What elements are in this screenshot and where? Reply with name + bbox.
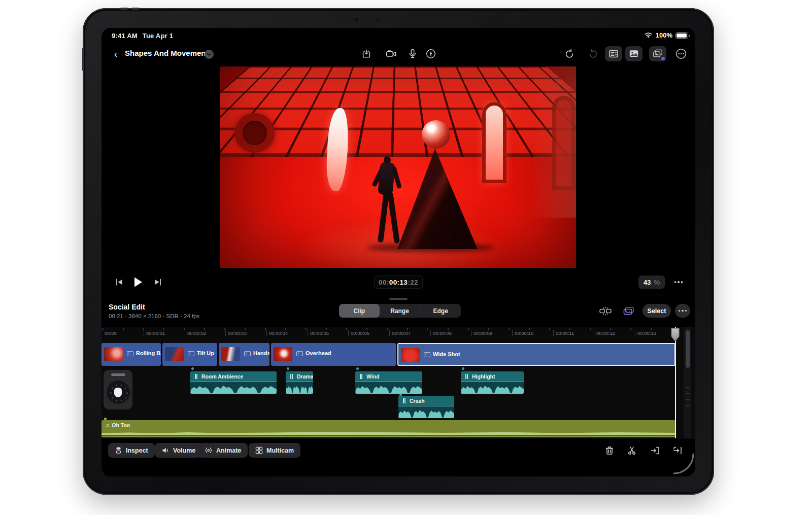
panel-divider <box>101 295 695 295</box>
playhead-line[interactable] <box>675 327 676 438</box>
segment-edge[interactable]: Edge <box>420 304 461 318</box>
multicam-button[interactable]: Multicam <box>249 443 300 458</box>
video-clip-hands[interactable]: Hands <box>219 343 269 366</box>
clip-connector-dot <box>287 367 289 370</box>
insert-clip-button[interactable] <box>649 444 662 457</box>
skip-back-icon <box>115 278 124 286</box>
multicam-grid-icon <box>255 447 263 454</box>
button-label: Animate <box>216 447 241 454</box>
ruler-label: 00:00 <box>103 330 117 336</box>
skip-forward-button[interactable] <box>150 274 165 290</box>
inspect-button[interactable]: Inspect <box>108 443 155 458</box>
import-button[interactable] <box>358 46 375 61</box>
live-drawing-button[interactable] <box>422 46 439 61</box>
skip-forward-icon <box>153 278 162 286</box>
ruler-label: 00:00:07 <box>389 330 411 336</box>
photo-icon <box>629 49 639 59</box>
segment-range[interactable]: Range <box>380 304 420 318</box>
redo-icon <box>588 48 599 59</box>
blade-button[interactable] <box>625 444 638 457</box>
viewer-zoom-control[interactable]: 43 % <box>638 276 665 289</box>
title-toolbar: ‹ Shapes And Movement <box>101 43 695 65</box>
timeline-project-name: Social Edit <box>109 303 145 311</box>
timecode-display[interactable]: 00:00:13:22 <box>374 276 423 289</box>
more-options-button[interactable] <box>672 46 690 61</box>
clip-connector-dot <box>462 367 464 370</box>
volume-button[interactable]: Volume <box>155 443 202 458</box>
audio-waveform <box>286 383 313 394</box>
media-browser-button[interactable] <box>625 46 642 61</box>
waveform-icon <box>289 374 294 379</box>
inspector-icon <box>115 447 122 454</box>
clip-name: Wide Shot <box>433 351 460 357</box>
camera-sensor <box>377 18 380 21</box>
video-clip-wide-shot-selected[interactable]: Wide Shot <box>397 343 675 366</box>
volume-up-button[interactable] <box>120 8 128 10</box>
ruler-label: 00:00:06 <box>348 330 369 336</box>
record-video-button[interactable] <box>383 46 400 61</box>
volume-down-button[interactable] <box>131 8 140 10</box>
video-clip-rolling-ball[interactable]: Rolling Ball <box>101 343 161 366</box>
delete-button[interactable] <box>603 444 616 457</box>
undo-button[interactable] <box>561 46 578 61</box>
segment-clip[interactable]: Clip <box>339 304 380 318</box>
skip-back-button[interactable] <box>112 274 127 290</box>
project-title[interactable]: Shapes And Movement <box>125 49 208 57</box>
clock-time: 9:41 AM <box>112 32 138 40</box>
status-bar: 9:41 AMTue Apr 1 100% <box>101 28 695 42</box>
audio-clip-room-ambience[interactable]: Room Ambience <box>190 371 277 394</box>
ruler-label: 00:00:13 <box>635 330 656 336</box>
waveform-icon <box>464 374 469 379</box>
screen: 9:41 AMTue Apr 1 100% ‹ Shapes And Movem… <box>101 28 695 476</box>
button-label: Inspect <box>126 447 148 454</box>
timeline-project-info: 00:21 · 3840 × 2160 · SDR · 24 fps <box>109 313 199 319</box>
audio-clip-crash[interactable]: Crash <box>398 396 454 418</box>
viewer-more-button[interactable] <box>671 274 686 290</box>
magnetic-timeline-button[interactable] <box>598 304 613 318</box>
top-button[interactable] <box>82 48 84 71</box>
timeline-ruler[interactable]: 00:00 00:00:01 00:00:02 00:00:03 00:00:0… <box>101 327 695 338</box>
video-clip-overhead[interactable]: Overhead <box>271 343 396 366</box>
play-button[interactable] <box>130 274 146 290</box>
jog-dial[interactable] <box>107 381 130 404</box>
clip-thumbnail <box>401 348 420 362</box>
index-card-icon <box>608 49 619 59</box>
button-label: Multicam <box>266 447 294 454</box>
clip-thumbnail <box>274 347 292 361</box>
animate-button[interactable]: Animate <box>198 443 248 458</box>
back-button[interactable]: ‹ <box>110 47 122 60</box>
microphone-icon <box>408 48 418 59</box>
corner-swipe-indicator[interactable] <box>673 453 694 474</box>
audio-waveform <box>355 383 422 394</box>
viewer-vignette <box>220 66 576 268</box>
title-dropdown-button[interactable] <box>205 50 214 59</box>
clip-type-icon <box>424 352 430 357</box>
audio-clip-highlight[interactable]: Highlight <box>461 371 524 394</box>
audio-clip-drama[interactable]: Drama… <box>286 371 313 394</box>
select-button[interactable]: Select <box>642 304 671 318</box>
waveform-icon <box>358 374 364 379</box>
timeline-more-button[interactable] <box>675 304 690 318</box>
voiceover-button[interactable] <box>404 46 421 61</box>
video-clip-tilt-up[interactable]: Tilt Up <box>162 343 217 366</box>
ruler-label: 00:00:04 <box>266 330 288 336</box>
ellipsis-circle-icon <box>675 48 687 60</box>
ruler-label: 00:00:12 <box>594 330 615 336</box>
jog-wheel[interactable] <box>104 370 132 409</box>
ruler-label: 00:00:03 <box>225 330 247 336</box>
scrollbar-thumb[interactable] <box>686 330 690 368</box>
insert-arrow-icon <box>650 445 660 456</box>
animate-keyframe-icon <box>205 447 213 454</box>
transport-bar: 00:00:13:22 43 % <box>101 270 695 294</box>
redo-button[interactable] <box>585 46 602 61</box>
timecode-frames: :22 <box>408 279 418 286</box>
effects-button[interactable] <box>649 46 666 61</box>
video-viewer[interactable] <box>220 66 576 268</box>
jog-handle[interactable] <box>111 373 125 376</box>
audio-clip-wind[interactable]: Wind <box>355 371 422 394</box>
browser-button[interactable] <box>605 46 622 61</box>
timeline-vertical-scrollbar[interactable] <box>684 327 691 438</box>
timeline-overview-button[interactable] <box>621 304 636 318</box>
clip-type-icon <box>188 351 194 356</box>
music-clip-oh-too[interactable]: ♫ Oh Too <box>101 420 675 437</box>
